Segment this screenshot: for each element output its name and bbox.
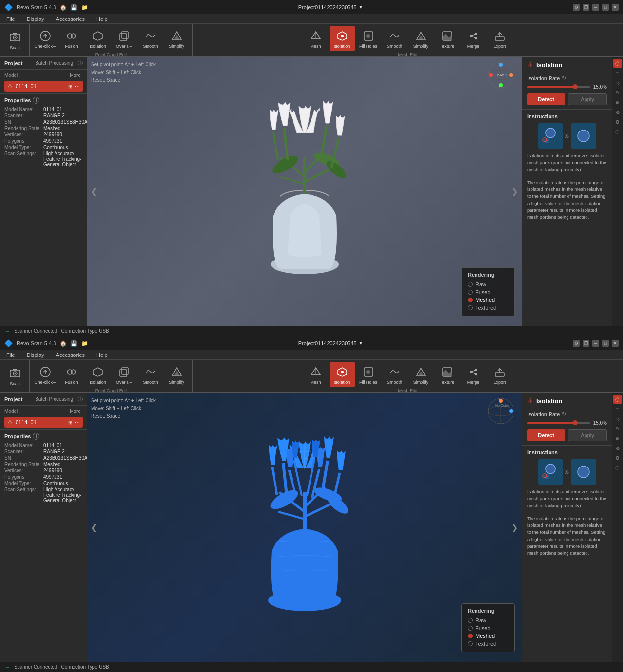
right-icon-isolation-1[interactable]: ⬡ — [613, 59, 622, 68]
rendering-fused-2[interactable]: Fused — [468, 624, 509, 632]
right-icon-5-2[interactable]: ≡ — [613, 434, 622, 443]
isolation-pc-tool-1[interactable]: Isolation — [85, 26, 110, 51]
rendering-meshed-1[interactable]: Meshed — [468, 296, 509, 304]
texture-tool-2[interactable]: Texture — [435, 362, 460, 387]
smooth-mesh-tool-1[interactable]: Smooth — [382, 26, 407, 51]
detect-button-1[interactable]: Detect — [527, 93, 565, 105]
right-icon-8-1[interactable]: ⬡ — [613, 127, 622, 136]
menu-help-1[interactable]: Help — [94, 15, 110, 23]
right-icon-7-2[interactable]: ⚙ — [613, 453, 622, 462]
status-bar-2: ↔ Scanner Connected | Connection Type US… — [0, 662, 623, 672]
one-click-tool-1[interactable]: One-click··· — [33, 26, 58, 51]
viewport-arrow-left-1[interactable]: ❮ — [91, 187, 97, 196]
right-icon-4-1[interactable]: ✎ — [613, 88, 622, 97]
menu-file-2[interactable]: File — [4, 351, 17, 359]
model-more-icon-2[interactable]: ··· — [75, 419, 80, 426]
smooth-pc-tool-1[interactable]: Smooth — [138, 26, 163, 51]
right-icon-8-2[interactable]: ⬡ — [613, 463, 622, 472]
minimize-button-2[interactable]: ─ — [592, 340, 599, 347]
fill-holes-tool-1[interactable]: Fill Holes — [356, 26, 381, 51]
isolation-mesh-tool-1[interactable]: Isolation — [330, 26, 355, 51]
overla-tool-1[interactable]: Overla··· — [111, 26, 137, 51]
isolation-slider-2[interactable] — [527, 422, 590, 424]
batch-processing-btn-2[interactable]: Batch Processing — [33, 395, 75, 403]
maximize-button-1[interactable]: □ — [602, 4, 609, 11]
project-dropdown-icon-1[interactable]: ▼ — [359, 5, 363, 10]
mesh-tool-1[interactable]: Mesh — [303, 26, 329, 51]
rendering-meshed-2[interactable]: Meshed — [468, 632, 509, 640]
menu-accessories-2[interactable]: Accessories — [54, 351, 87, 359]
rendering-fused-1[interactable]: Fused — [468, 288, 509, 296]
export-tool-2[interactable]: Export — [487, 362, 513, 387]
menu-accessories-1[interactable]: Accessories — [54, 15, 87, 23]
close-button-2[interactable]: ✕ — [612, 340, 619, 347]
smooth-pc-tool-2[interactable]: Smooth — [138, 362, 163, 387]
right-icon-5-1[interactable]: ≡ — [613, 98, 622, 107]
texture-tool-1[interactable]: Texture — [435, 26, 460, 51]
rendering-textured-1[interactable]: Textured — [468, 304, 509, 312]
right-icon-2-1[interactable]: □ — [613, 69, 622, 77]
apply-button-1[interactable]: Apply — [568, 93, 607, 105]
simplify-mesh-tool-2[interactable]: Simplify — [408, 362, 434, 387]
apply-button-2[interactable]: Apply — [568, 429, 607, 441]
rendering-raw-2[interactable]: Raw — [468, 616, 509, 624]
isolation-slider-1[interactable] — [527, 86, 590, 88]
svg-point-17 — [341, 35, 344, 37]
scan-tool-1[interactable]: Scan — [3, 28, 27, 53]
merge-tool-1[interactable]: Merge — [461, 26, 486, 51]
settings-button-2[interactable]: ⚙ — [573, 340, 580, 347]
viewport-arrow-right-2[interactable]: ❯ — [512, 523, 518, 532]
merge-tool-2[interactable]: Merge — [461, 362, 486, 387]
right-icon-2-2[interactable]: □ — [613, 405, 622, 413]
project-dropdown-icon-2[interactable]: ▼ — [359, 341, 363, 346]
fill-holes-tool-2[interactable]: Fill Holes — [356, 362, 381, 387]
restore-button-2[interactable]: ❐ — [583, 340, 589, 347]
menu-help-2[interactable]: Help — [94, 351, 110, 359]
maximize-button-2[interactable]: □ — [602, 340, 609, 347]
rendering-raw-1[interactable]: Raw — [468, 280, 509, 288]
viewport-2[interactable]: Set pivot point: Alt + Left-Click Move: … — [87, 393, 522, 662]
export-tool-1[interactable]: Export — [487, 26, 513, 51]
fusion-tool-2[interactable]: Fusion — [59, 362, 84, 387]
settings-button-1[interactable]: ⚙ — [573, 4, 580, 11]
isolation-pc-tool-2[interactable]: Isolation — [85, 362, 110, 387]
right-icon-3-1[interactable]: ◇ — [613, 78, 622, 87]
refresh-icon-2[interactable]: ↻ — [562, 411, 566, 417]
refresh-icon-1[interactable]: ↻ — [562, 75, 566, 81]
fusion-tool-1[interactable]: Fusion — [59, 26, 84, 51]
right-icon-7-1[interactable]: ⚙ — [613, 117, 622, 126]
right-icon-isolation-2[interactable]: ⬡ — [613, 395, 622, 404]
batch-processing-btn-1[interactable]: Batch Processing — [33, 59, 75, 67]
detect-button-2[interactable]: Detect — [527, 429, 565, 441]
one-click-label-1: One-click··· — [34, 44, 56, 49]
right-icon-3-2[interactable]: ◇ — [613, 414, 622, 423]
viewport-1[interactable]: Set pivot point: Alt + Left-Click Move: … — [87, 57, 522, 326]
minimize-button-1[interactable]: ─ — [592, 4, 599, 11]
isolation-mesh-tool-2[interactable]: Isolation — [330, 362, 355, 387]
viewport-arrow-right-1[interactable]: ❯ — [512, 187, 518, 196]
simplify-mesh-tool-1[interactable]: Simplify — [408, 26, 434, 51]
scan-tool-2[interactable]: Scan — [3, 364, 27, 389]
model-item-2[interactable]: ⚠ 0114_01 ⊞ ··· — [4, 417, 83, 428]
right-icon-6-1[interactable]: ⊕ — [613, 108, 622, 116]
simplify-pc-tool-2[interactable]: Simplify — [164, 362, 189, 387]
one-click-tool-2[interactable]: One-click··· — [33, 362, 58, 387]
model-more-icon-1[interactable]: ··· — [75, 83, 80, 90]
mesh-tool-2[interactable]: Mesh — [303, 362, 329, 387]
simplify-pc-tool-1[interactable]: Simplify — [164, 26, 189, 51]
rendering-textured-2[interactable]: Textured — [468, 640, 509, 648]
more-btn-1[interactable]: More — [68, 72, 83, 79]
model-item-1[interactable]: ⚠ 0114_01 ⊞ ··· — [4, 81, 83, 92]
right-icon-4-2[interactable]: ✎ — [613, 424, 622, 433]
more-btn-2[interactable]: More — [68, 408, 83, 415]
menu-file-1[interactable]: File — [4, 15, 17, 23]
viewport-arrow-left-2[interactable]: ❮ — [91, 523, 97, 532]
rendering-textured-label-2: Textured — [476, 641, 496, 647]
smooth-mesh-tool-2[interactable]: Smooth — [382, 362, 407, 387]
menu-display-1[interactable]: Display — [25, 15, 46, 23]
close-button-1[interactable]: ✕ — [612, 4, 619, 11]
menu-display-2[interactable]: Display — [25, 351, 46, 359]
restore-button-1[interactable]: ❐ — [583, 4, 589, 11]
overla-tool-2[interactable]: Overla··· — [111, 362, 137, 387]
right-icon-6-2[interactable]: ⊕ — [613, 444, 622, 452]
